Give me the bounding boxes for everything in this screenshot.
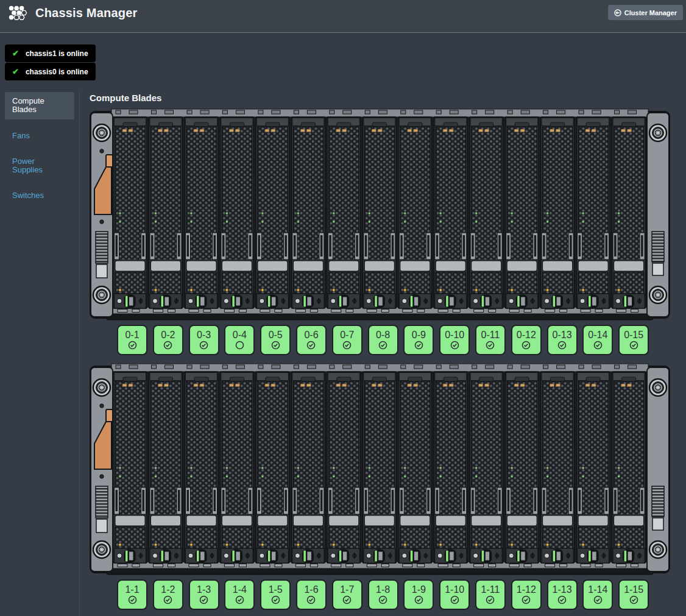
- blade-label: 1-8: [376, 585, 390, 595]
- blade-status-button[interactable]: 0-14: [582, 325, 613, 355]
- app-header: Chassis Manager Cluster Manager: [0, 0, 686, 33]
- blade-status-button[interactable]: 0-12: [511, 325, 542, 355]
- check-circle-icon: [128, 595, 137, 604]
- blade-status-button[interactable]: 0-15: [618, 325, 649, 355]
- check-circle-icon: [342, 595, 352, 604]
- check-circle-icon: [414, 341, 423, 350]
- check-circle-icon: [271, 341, 280, 350]
- blade-status-row: 1-11-21-31-41-51-61-71-81-91-101-111-121…: [117, 579, 670, 610]
- blade-status-button[interactable]: 0-10: [439, 325, 470, 355]
- check-circle-icon: [271, 595, 280, 604]
- blade-status-button[interactable]: 0-9: [403, 325, 434, 355]
- blade-label: 1-4: [233, 585, 247, 595]
- blade-status-button[interactable]: 0-1: [117, 325, 147, 355]
- app-title: Chassis Manager: [35, 6, 138, 20]
- blade-label: 1-1: [125, 585, 139, 595]
- blade-status-button[interactable]: 1-11: [475, 579, 506, 610]
- blade-label: 1-9: [412, 585, 426, 595]
- blade-status-button[interactable]: 1-14: [582, 579, 613, 610]
- blade-status-button[interactable]: 1-9: [403, 579, 434, 610]
- check-icon: ✔: [12, 49, 19, 58]
- sidebar: Compute BladesFansPower SuppliesSwitches: [0, 91, 80, 616]
- blade-label: 0-9: [412, 330, 426, 340]
- blade-status-row: 0-10-20-30-40-50-60-70-80-90-100-110-120…: [117, 325, 670, 355]
- check-circle-icon: [199, 595, 208, 604]
- check-circle-icon: [557, 341, 567, 350]
- check-circle-icon: [557, 595, 567, 604]
- check-circle-icon: [522, 341, 531, 350]
- blade-status-button[interactable]: 1-7: [332, 579, 362, 610]
- blade-label: 0-1: [125, 330, 139, 340]
- toast-notification[interactable]: ✔chassis1 is online: [5, 44, 96, 62]
- blade-status-button[interactable]: 0-11: [475, 325, 506, 355]
- blade-label: 1-13: [553, 585, 572, 595]
- blade-label: 0-10: [445, 330, 464, 340]
- blade-status-button[interactable]: 1-12: [511, 579, 542, 610]
- check-circle-icon: [450, 595, 459, 604]
- blade-status-button[interactable]: 0-8: [368, 325, 398, 355]
- sidebar-item-switches[interactable]: Switches: [5, 186, 74, 205]
- empty-circle-icon: [235, 341, 244, 350]
- blade-status-button[interactable]: 1-8: [368, 579, 398, 610]
- sidebar-item-fans[interactable]: Fans: [5, 127, 74, 145]
- blade-label: 1-12: [517, 585, 536, 595]
- toast-text: chassis1 is online: [26, 49, 88, 58]
- blade-status-button[interactable]: 1-2: [153, 579, 183, 610]
- blade-status-button[interactable]: 0-5: [260, 325, 291, 355]
- blade-status-button[interactable]: 0-7: [332, 325, 362, 355]
- blade-status-button[interactable]: 1-4: [224, 579, 255, 610]
- check-circle-icon: [629, 595, 638, 604]
- blade-label: 0-12: [517, 330, 536, 340]
- blade-status-button[interactable]: 0-3: [189, 325, 219, 355]
- check-circle-icon: [306, 341, 316, 350]
- circle-arrow-left-icon: [614, 9, 621, 16]
- honeycomb-logo-icon: [7, 4, 28, 21]
- blade-label: 1-6: [304, 585, 318, 595]
- sidebar-item-power-supplies[interactable]: Power Supplies: [5, 152, 74, 180]
- check-circle-icon: [199, 341, 208, 350]
- check-circle-icon: [128, 341, 137, 350]
- blade-status-button[interactable]: 1-6: [296, 579, 327, 610]
- blade-label: 1-14: [588, 585, 607, 595]
- blade-status-button[interactable]: 0-2: [153, 325, 183, 355]
- blade-status-button[interactable]: 1-13: [547, 579, 578, 610]
- main-content: Compute Blades 0-10-20-30-40-50-60-70-80…: [80, 91, 670, 616]
- blade-label: 0-7: [340, 330, 354, 340]
- blade-label: 1-11: [481, 585, 500, 595]
- blade-label: 0-6: [304, 330, 318, 340]
- check-circle-icon: [629, 341, 638, 350]
- toast-stack: ✔chassis1 is online✔chassis0 is online: [5, 44, 96, 81]
- blade-label: 1-10: [445, 585, 464, 595]
- check-circle-icon: [593, 341, 603, 350]
- blade-label: 1-5: [269, 585, 283, 595]
- chassis-section: 0-10-20-30-40-50-60-70-80-90-100-110-120…: [90, 108, 670, 355]
- check-circle-icon: [593, 595, 603, 604]
- blade-label: 0-8: [376, 330, 390, 340]
- blade-label: 0-4: [233, 330, 247, 340]
- blade-status-button[interactable]: 1-15: [618, 579, 649, 610]
- blade-label: 1-15: [624, 585, 643, 595]
- blade-label: 1-7: [340, 585, 354, 595]
- toast-notification[interactable]: ✔chassis0 is online: [5, 63, 96, 80]
- blade-label: 0-2: [161, 330, 175, 340]
- blade-status-button[interactable]: 1-5: [260, 579, 291, 610]
- blade-label: 0-15: [624, 330, 643, 340]
- blade-label: 0-11: [481, 330, 500, 340]
- blade-status-button[interactable]: 0-4: [224, 325, 255, 355]
- check-circle-icon: [163, 595, 172, 604]
- check-circle-icon: [306, 595, 316, 604]
- blade-status-button[interactable]: 1-10: [439, 579, 470, 610]
- cluster-manager-button[interactable]: Cluster Manager: [608, 5, 683, 20]
- blade-label: 0-14: [588, 330, 607, 340]
- blade-status-button[interactable]: 0-6: [296, 325, 327, 355]
- blade-status-button[interactable]: 1-3: [189, 579, 219, 610]
- sidebar-item-compute-blades[interactable]: Compute Blades: [5, 92, 74, 119]
- chassis-section: 1-11-21-31-41-51-61-71-81-91-101-111-121…: [90, 363, 670, 610]
- blade-label: 1-2: [161, 585, 175, 595]
- check-circle-icon: [414, 595, 423, 604]
- blade-label: 0-3: [197, 330, 211, 340]
- chassis-illustration: [90, 363, 670, 576]
- blade-status-button[interactable]: 0-13: [547, 325, 578, 355]
- blade-label: 0-5: [269, 330, 283, 340]
- blade-status-button[interactable]: 1-1: [117, 579, 147, 610]
